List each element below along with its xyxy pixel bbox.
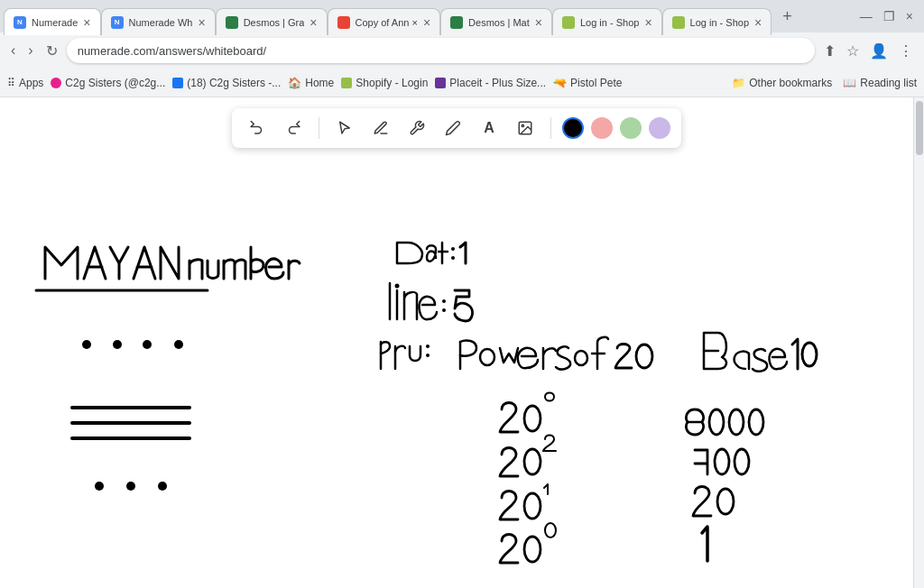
apps-icon: ⠿ — [7, 77, 15, 89]
svg-point-31 — [735, 449, 749, 474]
svg-point-15 — [395, 284, 400, 289]
tab-close-desmos-gra[interactable]: × — [310, 16, 317, 29]
tab-close-numerade[interactable]: × — [83, 16, 90, 29]
svg-point-32 — [524, 493, 541, 519]
tab-close-desmos-mat[interactable]: × — [535, 16, 542, 29]
folder-icon: 📁 — [732, 77, 745, 89]
browser-chrome: N Numerade × N Numerade Wh × Desmos | Gr… — [0, 0, 924, 97]
undo-tool[interactable] — [243, 114, 272, 142]
svg-point-20 — [480, 349, 494, 365]
svg-point-10 — [95, 482, 104, 491]
tab-favicon-shopify-1 — [562, 16, 575, 29]
svg-point-21 — [575, 351, 587, 365]
content-area: A — [0, 97, 924, 588]
back-button[interactable]: ‹ — [7, 39, 19, 62]
select-tool[interactable] — [330, 114, 359, 142]
tab-shopify-2[interactable]: Log in - Shop × — [662, 8, 772, 35]
svg-point-11 — [126, 482, 135, 491]
text-tool-label: A — [484, 120, 494, 136]
text-tool[interactable]: A — [475, 114, 504, 142]
bookmark-home-label: Home — [305, 77, 334, 89]
bookmark-shopify[interactable]: Shopify - Login — [341, 77, 428, 89]
tab-close-shopify-1[interactable]: × — [644, 16, 651, 29]
tab-numerade-wh[interactable]: N Numerade Wh × — [101, 8, 216, 35]
bookmark-reading-label: Reading list — [860, 77, 917, 89]
pistolpete-favicon: 🔫 — [553, 77, 567, 89]
tab-close-shopify-2[interactable]: × — [754, 16, 762, 29]
bookmark-apps[interactable]: ⠿ Apps — [7, 77, 43, 89]
color-purple[interactable] — [649, 117, 670, 139]
tab-shopify-1[interactable]: Log in - Shop × — [552, 8, 662, 35]
c2g-2-favicon — [172, 78, 183, 88]
c2g-1-favicon — [51, 78, 61, 88]
tools-tool[interactable] — [402, 114, 431, 142]
tab-close-numerade-wh[interactable]: × — [198, 16, 205, 29]
profile-button[interactable]: 👤 — [866, 39, 892, 63]
bookmark-other-label: Other bookmarks — [749, 77, 832, 89]
svg-point-34 — [524, 537, 541, 562]
menu-button[interactable]: ⋮ — [895, 39, 917, 63]
svg-point-13 — [451, 247, 455, 251]
svg-point-5 — [143, 340, 152, 349]
share-button[interactable]: ⬆ — [820, 39, 839, 63]
shopify-favicon — [341, 78, 352, 88]
svg-point-33 — [717, 489, 734, 514]
svg-point-12 — [158, 482, 167, 491]
svg-point-1 — [522, 124, 523, 126]
bookmark-c2g-1[interactable]: C2g Sisters (@c2g... — [51, 77, 165, 89]
tab-label-desmos-gra: Desmos | Gra — [244, 17, 305, 28]
bookmark-pistolpete[interactable]: 🔫 Pistol Pete — [553, 77, 622, 89]
pencil-tool[interactable] — [366, 114, 395, 142]
bookmark-home[interactable]: 🏠 Home — [288, 77, 334, 89]
reload-button[interactable]: ↻ — [42, 39, 61, 63]
window-controls: — ❐ × — [860, 9, 920, 23]
svg-point-16 — [442, 299, 446, 303]
color-black[interactable] — [562, 117, 584, 139]
vertical-scrollbar[interactable] — [913, 97, 924, 588]
tab-label-numerade-wh: Numerade Wh — [129, 17, 193, 28]
whiteboard[interactable]: A — [0, 97, 913, 588]
svg-point-35 — [545, 523, 556, 537]
bookmark-reading[interactable]: 📖 Reading list — [843, 77, 917, 89]
whiteboard-canvas — [0, 97, 913, 588]
svg-point-29 — [524, 449, 541, 474]
new-tab-button[interactable]: + — [775, 7, 799, 26]
tab-close-copy-ann[interactable]: × — [423, 16, 430, 29]
tab-desmos-mat[interactable]: Desmos | Mat × — [440, 8, 552, 35]
svg-point-19 — [426, 354, 430, 357]
svg-point-28 — [749, 409, 763, 435]
bookmark-shopify-label: Shopify - Login — [356, 77, 428, 89]
minimize-button[interactable]: — — [860, 9, 873, 23]
pen-tool[interactable] — [439, 114, 467, 142]
svg-point-14 — [451, 256, 455, 260]
address-input[interactable] — [67, 38, 815, 63]
forward-button[interactable]: › — [24, 39, 36, 62]
tab-favicon-shopify-2 — [672, 16, 685, 29]
svg-point-25 — [524, 406, 541, 431]
svg-point-3 — [82, 340, 91, 349]
svg-point-23 — [636, 345, 652, 368]
reading-icon: 📖 — [843, 77, 856, 89]
bookmark-placeit[interactable]: Placeit - Plus Size... — [435, 77, 546, 89]
restore-button[interactable]: ❐ — [883, 9, 895, 23]
color-green[interactable] — [620, 117, 642, 139]
tab-bar: N Numerade × N Numerade Wh × Desmos | Gr… — [0, 0, 924, 32]
image-tool[interactable] — [511, 114, 540, 142]
tab-numerade[interactable]: N Numerade × — [4, 8, 101, 35]
scrollbar-thumb-vertical[interactable] — [916, 101, 923, 155]
redo-tool[interactable] — [279, 114, 308, 142]
svg-point-30 — [715, 449, 729, 474]
bookmark-apps-label: Apps — [19, 77, 43, 89]
svg-point-26 — [709, 409, 724, 435]
tab-label-desmos-mat: Desmos | Mat — [468, 17, 530, 28]
color-pink[interactable] — [591, 117, 613, 139]
close-button[interactable]: × — [906, 9, 913, 23]
tab-favicon-copy-ann — [337, 16, 350, 29]
tab-desmos-gra[interactable]: Desmos | Gra × — [216, 8, 328, 35]
tab-copy-ann[interactable]: Copy of Ann × × — [328, 8, 441, 35]
bookmark-other[interactable]: 📁 Other bookmarks — [732, 77, 832, 89]
tab-favicon-numerade: N — [14, 16, 26, 29]
toolbar-divider-2 — [550, 117, 551, 139]
bookmark-button[interactable]: ☆ — [843, 39, 863, 63]
bookmark-c2g-2[interactable]: (18) C2g Sisters -... — [172, 77, 281, 89]
